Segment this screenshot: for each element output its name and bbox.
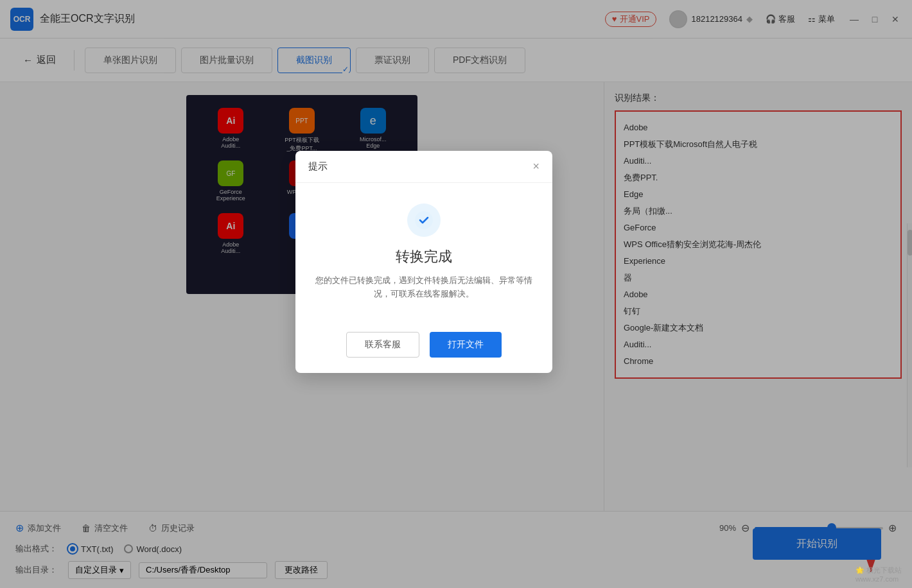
success-icon bbox=[407, 203, 441, 237]
watermark-logo: 🌟 bbox=[855, 566, 864, 574]
dialog-title: 提示 bbox=[308, 160, 328, 173]
svg-point-2 bbox=[415, 211, 433, 229]
checkmark-icon bbox=[414, 210, 434, 230]
dialog-overlay: 提示 × 转换完成 您的文件已转换完成，遇到文件转换后无法编辑、异常等情况，可联… bbox=[0, 0, 912, 588]
dialog-close-button[interactable]: × bbox=[532, 160, 539, 173]
open-file-button[interactable]: 打开文件 bbox=[430, 332, 502, 358]
dialog-main-text: 转换完成 bbox=[311, 247, 537, 266]
contact-service-button[interactable]: 联系客服 bbox=[346, 332, 419, 358]
dialog: 提示 × 转换完成 您的文件已转换完成，遇到文件转换后无法编辑、异常等情况，可联… bbox=[295, 151, 552, 373]
dialog-header: 提示 × bbox=[295, 151, 552, 183]
dialog-footer: 联系客服 打开文件 bbox=[295, 322, 552, 373]
dialog-body: 转换完成 您的文件已转换完成，遇到文件转换后无法编辑、异常等情况，可联系在线客服… bbox=[295, 183, 552, 322]
watermark: 🌟 极光下载站 www.xz7.com bbox=[855, 566, 902, 583]
dialog-sub-text: 您的文件已转换完成，遇到文件转换后无法编辑、异常等情况，可联系在线客服解决。 bbox=[311, 274, 537, 301]
